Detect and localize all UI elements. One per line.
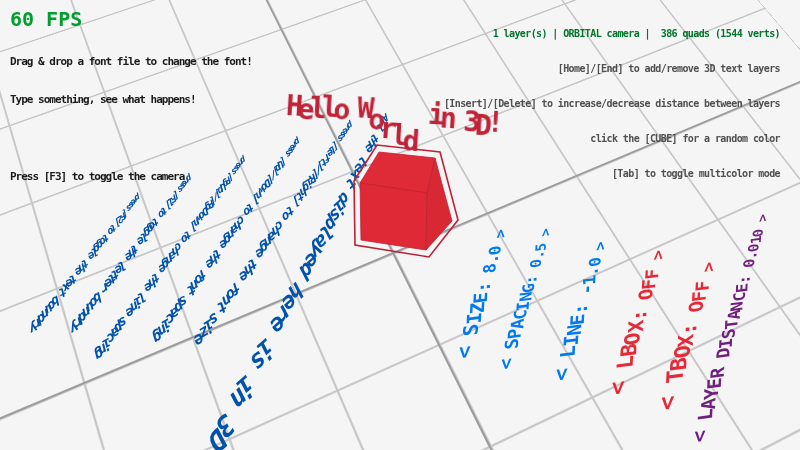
help-type-something: Type something, see what happens! xyxy=(10,94,252,105)
cube-front-face xyxy=(360,183,427,250)
fps-counter: 60 FPS xyxy=(10,9,82,29)
help-panel-left: Drag & drop a font file to change the fo… xyxy=(10,34,252,198)
help-drag-drop-font: Drag & drop a font file to change the fo… xyxy=(10,56,252,67)
help-toggle-camera: Press [F3] to toggle the camera xyxy=(10,171,252,182)
help-layer-distance: [Insert]/[Delete] to increase/decrease d… xyxy=(444,99,780,109)
help-add-remove-layers: [Home]/[End] to add/remove 3D text layer… xyxy=(444,64,780,74)
help-multicolor-mode: [Tab] to toggle multicolor mode xyxy=(444,169,780,179)
help-cube-random-color: click the [CUBE] for a random color xyxy=(444,134,780,144)
help-gap xyxy=(10,132,252,144)
stats-line: 1 layer(s) | ORBITAL camera | 386 quads … xyxy=(444,29,780,39)
help-panel-right: 1 layer(s) | ORBITAL camera | 386 quads … xyxy=(444,9,780,194)
